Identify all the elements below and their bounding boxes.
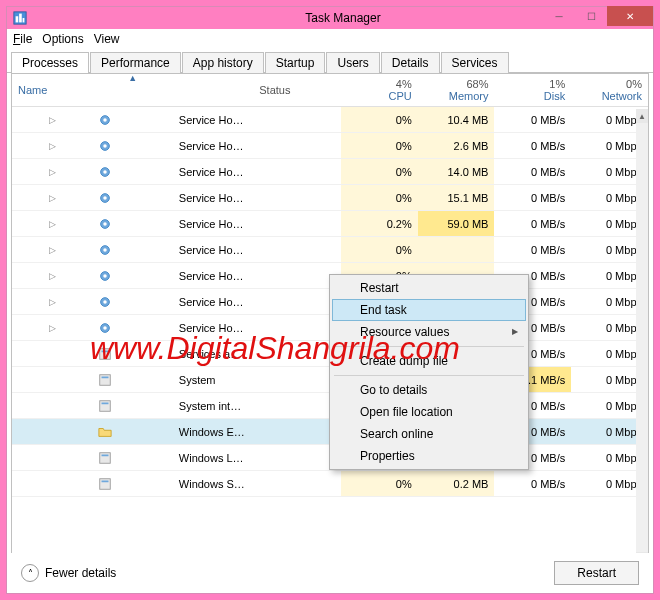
titlebar[interactable]: Task Manager ─ ☐ ✕ bbox=[7, 7, 653, 29]
process-status bbox=[253, 159, 341, 185]
table-row[interactable]: ▷Service Host: Network Service (5)0%0 MB… bbox=[12, 237, 648, 263]
col-status[interactable]: Status bbox=[253, 74, 341, 107]
process-icon bbox=[92, 393, 172, 419]
process-name: Service Host: Windows Image A... bbox=[173, 315, 253, 341]
tab-processes[interactable]: Processes bbox=[11, 52, 89, 73]
menu-item-go-to-details[interactable]: Go to details bbox=[332, 379, 526, 401]
maximize-button[interactable]: ☐ bbox=[575, 6, 607, 26]
disk-value: 0 MB/s bbox=[494, 185, 571, 211]
menu-item-resource-values[interactable]: Resource values bbox=[332, 321, 526, 343]
table-row[interactable]: ▷Service Host: Local System (13)0%15.1 M… bbox=[12, 185, 648, 211]
menu-item-create-dump-file[interactable]: Create dump file bbox=[332, 350, 526, 372]
memory-value: 59.0 MB bbox=[418, 211, 495, 237]
tab-startup[interactable]: Startup bbox=[265, 52, 326, 73]
menu-item-search-online[interactable]: Search online bbox=[332, 423, 526, 445]
menu-separator bbox=[334, 346, 524, 347]
process-status bbox=[253, 185, 341, 211]
expand-icon[interactable]: ▷ bbox=[12, 237, 92, 263]
fewer-details-toggle[interactable]: ˄ Fewer details bbox=[21, 564, 116, 582]
disk-value: 0 MB/s bbox=[494, 133, 571, 159]
table-row[interactable]: ▷Service Host: Local Service (No ...0%14… bbox=[12, 159, 648, 185]
expand-icon[interactable]: ▷ bbox=[12, 159, 92, 185]
svg-point-19 bbox=[104, 300, 108, 304]
table-row[interactable]: ▷Service Host: Local System (Net...0.2%5… bbox=[12, 211, 648, 237]
svg-rect-28 bbox=[100, 452, 111, 463]
table-row[interactable]: ▷Service Host: Local Service (No l...0%2… bbox=[12, 133, 648, 159]
svg-rect-25 bbox=[102, 376, 109, 378]
process-status bbox=[253, 315, 341, 341]
process-name: Windows Session Manager bbox=[173, 471, 253, 497]
process-icon bbox=[92, 237, 172, 263]
process-status bbox=[253, 237, 341, 263]
process-name: Windows Explorer bbox=[173, 419, 253, 445]
menu-separator bbox=[334, 375, 524, 376]
expand-icon[interactable]: ▷ bbox=[12, 185, 92, 211]
process-icon bbox=[92, 315, 172, 341]
tab-details[interactable]: Details bbox=[381, 52, 440, 73]
close-button[interactable]: ✕ bbox=[607, 6, 653, 26]
expand-icon[interactable]: ▷ bbox=[12, 289, 92, 315]
menu-item-properties[interactable]: Properties bbox=[332, 445, 526, 467]
process-icon bbox=[92, 133, 172, 159]
col-cpu[interactable]: 4%CPU bbox=[341, 74, 418, 107]
sort-asc-icon: ▲ bbox=[128, 73, 137, 83]
process-status bbox=[253, 367, 341, 393]
expand-icon[interactable]: ▷ bbox=[12, 263, 92, 289]
table-row[interactable]: ▷Service Host: Local Service (Net...0%10… bbox=[12, 107, 648, 133]
menu-options[interactable]: Options bbox=[42, 32, 83, 46]
menu-view[interactable]: View bbox=[94, 32, 120, 46]
process-name: Service Host: Network Service (5) bbox=[173, 237, 253, 263]
process-name: Service Host: Local Service (No l... bbox=[173, 133, 253, 159]
svg-rect-3 bbox=[23, 18, 25, 22]
col-network[interactable]: 0%Network bbox=[571, 74, 648, 107]
menu-item-end-task[interactable]: End task bbox=[332, 299, 526, 321]
table-row[interactable]: Windows Session Manager0%0.2 MB0 MB/s0 M… bbox=[12, 471, 648, 497]
process-icon bbox=[92, 289, 172, 315]
process-icon bbox=[92, 367, 172, 393]
col-memory[interactable]: 68%Memory bbox=[418, 74, 495, 107]
expand-icon[interactable] bbox=[12, 393, 92, 419]
tab-performance[interactable]: Performance bbox=[90, 52, 181, 73]
expand-icon[interactable] bbox=[12, 367, 92, 393]
process-icon bbox=[92, 211, 172, 237]
menu-item-open-file-location[interactable]: Open file location bbox=[332, 401, 526, 423]
chevron-up-icon: ˄ bbox=[21, 564, 39, 582]
memory-value: 14.0 MB bbox=[418, 159, 495, 185]
expand-icon[interactable]: ▷ bbox=[12, 133, 92, 159]
expand-icon[interactable]: ▷ bbox=[12, 211, 92, 237]
process-name: Service Host: Local Service (Net... bbox=[173, 107, 253, 133]
minimize-button[interactable]: ─ bbox=[543, 6, 575, 26]
tab-app-history[interactable]: App history bbox=[182, 52, 264, 73]
svg-rect-27 bbox=[102, 402, 109, 404]
cpu-value: 0% bbox=[341, 107, 418, 133]
expand-icon[interactable] bbox=[12, 419, 92, 445]
col-disk[interactable]: 1%Disk bbox=[494, 74, 571, 107]
memory-value: 0.2 MB bbox=[418, 471, 495, 497]
expand-icon[interactable] bbox=[12, 341, 92, 367]
process-icon bbox=[92, 107, 172, 133]
expand-icon[interactable]: ▷ bbox=[12, 107, 92, 133]
process-icon bbox=[92, 445, 172, 471]
menubar: File Options View bbox=[7, 29, 653, 49]
menu-item-restart[interactable]: Restart bbox=[332, 277, 526, 299]
scroll-up-icon[interactable]: ▲ bbox=[636, 109, 648, 123]
disk-value: 0 MB/s bbox=[494, 107, 571, 133]
svg-rect-23 bbox=[102, 350, 109, 352]
tabbar: Processes Performance App history Startu… bbox=[7, 49, 653, 73]
expand-icon[interactable]: ▷ bbox=[12, 315, 92, 341]
expand-icon[interactable] bbox=[12, 471, 92, 497]
process-name: System interrupts bbox=[173, 393, 253, 419]
tab-users[interactable]: Users bbox=[326, 52, 379, 73]
col-name[interactable]: ▲Name bbox=[12, 74, 253, 107]
expand-icon[interactable] bbox=[12, 445, 92, 471]
process-name: Service Host: Local System (Net... bbox=[173, 211, 253, 237]
process-name: Services and Controller app bbox=[173, 341, 253, 367]
process-status bbox=[253, 419, 341, 445]
vertical-scrollbar[interactable]: ▲ ▼ bbox=[636, 109, 648, 566]
menu-file[interactable]: File bbox=[13, 32, 32, 46]
disk-value: 0 MB/s bbox=[494, 159, 571, 185]
restart-button[interactable]: Restart bbox=[554, 561, 639, 585]
footer: ˄ Fewer details Restart bbox=[11, 553, 649, 593]
tab-services[interactable]: Services bbox=[441, 52, 509, 73]
process-status bbox=[253, 107, 341, 133]
